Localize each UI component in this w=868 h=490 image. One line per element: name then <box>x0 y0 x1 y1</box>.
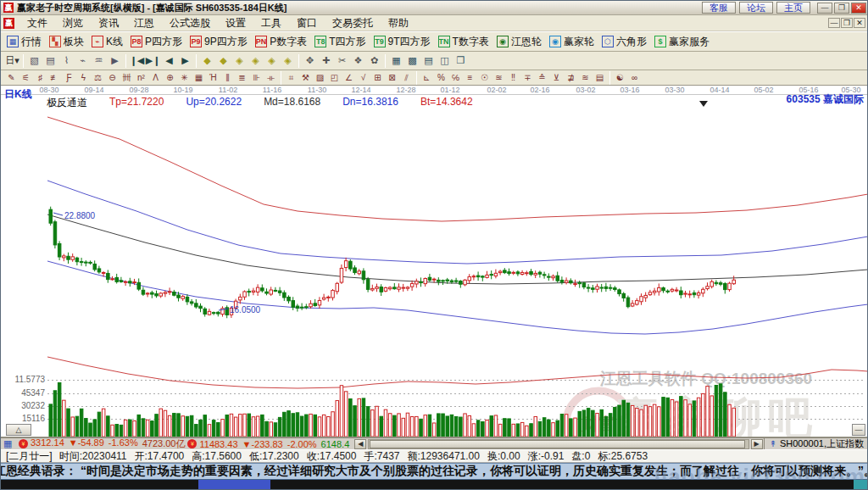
toolbar-item-9T四方形[interactable]: T99T四方形 <box>371 34 436 50</box>
gann-line-tools-4[interactable]: Ƒ <box>62 71 76 84</box>
taiji-tools-1[interactable]: ∞ <box>627 71 642 84</box>
gann-line-tools-16[interactable]: ≣ <box>235 71 249 84</box>
menu-item-9[interactable]: 帮助 <box>381 15 416 31</box>
angle-tools-4[interactable]: ∠ <box>342 71 356 84</box>
toolbar-item-江恩轮[interactable]: ◉江恩轮 <box>494 34 547 50</box>
pointer-tools-icon-3[interactable]: ❖ <box>350 53 366 69</box>
sh-index-quote[interactable]: 3312.14 ▼-54.89 -1.63% 4723.00亿 <box>31 437 185 450</box>
gann-line-tools-8[interactable]: 卌 <box>120 71 134 84</box>
angle-tools-1[interactable]: ⚒ <box>298 71 313 84</box>
toolbar-item-行情[interactable]: ▦行情 <box>4 34 47 50</box>
percent-tools-3[interactable]: ≡ <box>463 71 477 84</box>
bar-navigation-icon-2[interactable]: ◀ <box>161 53 177 69</box>
percent-tools-8[interactable]: ≙ <box>535 71 549 84</box>
menu-item-1[interactable]: 浏览 <box>55 15 91 31</box>
gann-line-tools-14[interactable]: Ή <box>206 71 220 84</box>
data-tools-icon-2[interactable]: ▤ <box>420 53 437 69</box>
view-tools-icon-5[interactable]: ▶ <box>107 53 123 69</box>
mdi-maximize-button[interactable]: ❐ <box>841 18 853 28</box>
toolbar-item-T四方形[interactable]: T8T四方形 <box>312 34 370 50</box>
gann-line-tools-3[interactable]: ≢ <box>47 71 62 84</box>
horizontal-scrollbar[interactable] <box>368 439 748 449</box>
titlebar-button-2[interactable]: 主页 <box>776 2 810 14</box>
titlebar-button-1[interactable]: 论坛 <box>739 2 773 14</box>
angle-tools-6[interactable]: ⊞ <box>370 71 385 84</box>
pointer-tools-icon-2[interactable]: ✂ <box>334 53 350 69</box>
percent-tools-4[interactable]: ☉ <box>477 71 492 84</box>
cycle-diamonds-icon-1[interactable]: ◆ <box>215 53 231 69</box>
titlebar-button-0[interactable]: 客服 <box>702 2 736 14</box>
menu-item-6[interactable]: 工具 <box>253 15 289 31</box>
cycle-diamonds-icon-2[interactable]: ◈ <box>231 53 248 69</box>
toolbar-item-赢家服务[interactable]: $赢家服务 <box>652 34 715 50</box>
bar-navigation-icon-3[interactable]: ▶ <box>177 53 193 69</box>
menu-item-3[interactable]: 江恩 <box>126 15 162 31</box>
toolbar-item-9P四方形[interactable]: P99P四方形 <box>187 34 253 50</box>
gann-line-tools-0[interactable]: ✎ <box>4 71 19 84</box>
cycle-diamonds-icon-0[interactable]: ◆ <box>199 53 215 69</box>
menu-item-2[interactable]: 资讯 <box>91 15 126 31</box>
collapse-panel-button[interactable]: — <box>852 424 865 436</box>
gann-line-tools-10[interactable]: Λ <box>148 71 163 84</box>
percent-tools-5[interactable]: ≊ <box>492 71 506 84</box>
minimize-button[interactable]: — <box>817 3 832 14</box>
toolbar-item-P四方形[interactable]: P8P四方形 <box>128 34 187 50</box>
toolbar-item-赢家轮[interactable]: ◉赢家轮 <box>547 34 599 50</box>
sz-index-quote[interactable]: 11483.43 ▼-233.83 -2.00% 6148.4 <box>199 439 349 449</box>
mdi-close-button[interactable]: ✕ <box>854 18 865 28</box>
gann-line-tools-12[interactable]: ✳ <box>177 71 192 84</box>
percent-tools-7[interactable]: ∓ <box>520 71 535 84</box>
view-tools-icon-2[interactable]: ⌇ <box>58 53 75 69</box>
angle-tools-2[interactable]: ▨ <box>313 71 327 84</box>
gann-line-tools-2[interactable]: ♯ <box>33 71 47 84</box>
scroll-left-button[interactable]: ◀ <box>354 439 366 449</box>
percent-tools-12[interactable]: ▤ <box>593 71 607 84</box>
market-grid-icon[interactable]: ▦ <box>3 439 14 448</box>
kline-chart-panel[interactable]: 江恩工具软件 QQ:100800360财富赢家聊吧11.577345347302… <box>1 86 868 437</box>
scrollbar-thumb[interactable] <box>370 440 745 448</box>
bar-navigation-icon-0[interactable]: ❙◀ <box>129 53 145 69</box>
mdi-minimize-button[interactable]: — <box>828 18 840 28</box>
data-tools-icon-0[interactable]: ▦ <box>388 53 404 69</box>
percent-tools-10[interactable]: ⋣ <box>564 71 578 84</box>
linked-index-selector[interactable]: ↟ SH000001,上证指数 <box>764 438 868 450</box>
pointer-tools-icon-1[interactable]: ✚ <box>318 53 334 69</box>
period-selector-icon-0[interactable]: 日▾ <box>4 53 20 69</box>
cycle-diamonds-icon-5[interactable]: ◈ <box>280 53 296 69</box>
angle-tools-8[interactable]: ⫽ <box>399 71 414 84</box>
gann-line-tools-17[interactable]: ⊪ <box>249 71 264 84</box>
gann-line-tools-9[interactable]: n² <box>134 71 148 84</box>
data-tools-icon-4[interactable]: ❒ <box>453 53 469 69</box>
toolbar-item-六角形[interactable]: ⬡六角形 <box>599 34 652 50</box>
close-button[interactable]: ✕ <box>851 3 866 14</box>
toolbar-item-P数字表[interactable]: PNP数字表 <box>253 34 313 50</box>
angle-tools-3[interactable]: ◰ <box>327 71 342 84</box>
menu-item-8[interactable]: 交易委托 <box>325 15 381 31</box>
gann-line-tools-7[interactable]: ⊖ <box>105 71 120 84</box>
cycle-diamonds-icon-4[interactable]: ◈ <box>264 53 280 69</box>
data-tools-icon-1[interactable]: ▩ <box>404 53 420 69</box>
pointer-tools-icon-0[interactable]: ✥ <box>302 53 318 69</box>
menu-item-7[interactable]: 窗口 <box>289 15 325 31</box>
gann-line-tools-1[interactable]: ⚟ <box>19 71 33 84</box>
angle-tools-5[interactable]: √ <box>356 71 370 84</box>
toolbar-item-板块[interactable]: ▚板块 <box>47 34 89 50</box>
percent-tools-1[interactable]: % <box>434 71 448 84</box>
bar-navigation-icon-1[interactable]: ▶❙ <box>145 53 161 69</box>
menu-item-4[interactable]: 公式选股 <box>162 15 218 31</box>
gann-line-tools-5[interactable]: ϟ <box>76 71 91 84</box>
taiji-tools-0[interactable]: ☯ <box>613 71 627 84</box>
view-tools-icon-3[interactable]: ⌁ <box>75 53 91 69</box>
percent-tools-0[interactable]: ⊾ <box>420 71 434 84</box>
percent-tools-11[interactable]: ≋ <box>578 71 593 84</box>
maximize-button[interactable]: ❐ <box>834 3 849 14</box>
percent-tools-6[interactable]: ‼ <box>506 71 520 84</box>
angle-tools-7[interactable]: ⊠ <box>385 71 399 84</box>
gann-line-tools-13[interactable]: ▦ <box>192 71 206 84</box>
view-tools-icon-4[interactable]: ♒ <box>91 53 107 69</box>
data-tools-icon-3[interactable]: ◫ <box>437 53 453 69</box>
view-tools-icon-1[interactable]: ▤ <box>42 53 58 69</box>
expand-panel-button[interactable]: △ <box>6 424 31 436</box>
gann-line-tools-6[interactable]: ⚖ <box>91 71 105 84</box>
view-tools-icon-0[interactable]: ▧ <box>26 53 42 69</box>
